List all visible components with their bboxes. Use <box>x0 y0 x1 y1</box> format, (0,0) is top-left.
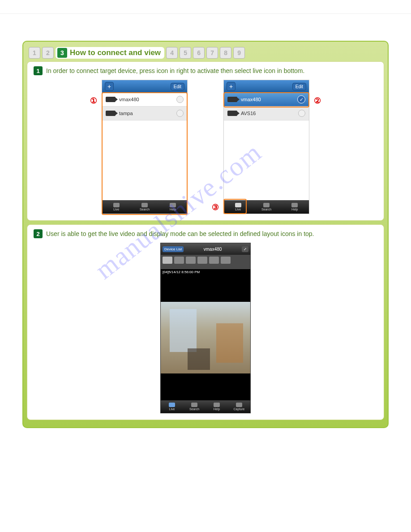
select-radio[interactable] <box>176 96 184 103</box>
tab-9[interactable]: 9 <box>233 47 245 59</box>
search-tab[interactable]: Search <box>183 400 206 413</box>
select-radio[interactable] <box>298 110 305 117</box>
device-row-avs16[interactable]: AVS16 <box>224 107 309 120</box>
camera-icon <box>227 111 237 116</box>
live-video-feed[interactable] <box>161 302 250 373</box>
search-tab[interactable]: Search <box>130 200 158 214</box>
video-shelf-element <box>216 323 243 363</box>
live-tab[interactable]: Live <box>161 400 183 413</box>
help-icon <box>214 403 220 407</box>
camera-icon <box>106 97 116 102</box>
tab-3-active[interactable]: 3 How to connect and view <box>56 47 164 59</box>
video-timestamp: [04]5/14/12 8:56:00 PM <box>161 269 250 275</box>
add-device-button[interactable]: + <box>227 82 235 91</box>
step-2-badge: 2 <box>34 229 43 238</box>
help-tab[interactable]: Help <box>159 200 187 214</box>
device-row-vmax480[interactable]: vmax480 <box>102 93 187 107</box>
tab-5[interactable]: 5 <box>180 47 191 59</box>
main-container: 1 2 3 How to connect and view 4 5 6 7 8 … <box>22 41 389 428</box>
device-list-a: vmax480 tampa <box>102 93 187 200</box>
phone-a: + Edit vmax480 <box>102 80 188 214</box>
search-icon <box>141 203 148 207</box>
live-title: vmax480 <box>204 247 222 252</box>
video-window-element <box>170 309 197 352</box>
search-icon <box>263 203 270 207</box>
tab-8[interactable]: 8 <box>220 47 231 59</box>
callout-2: ② <box>314 96 321 106</box>
search-tab[interactable]: Search <box>252 200 280 214</box>
device-name: vmax480 <box>119 97 173 102</box>
live-footer: Live Search Help Capture <box>161 400 250 413</box>
help-tab[interactable]: Help <box>206 400 228 413</box>
phone-a-wrap: ① + Edit vmax480 <box>102 80 188 214</box>
layout-6-icon[interactable] <box>221 257 231 264</box>
tab-active-num: 3 <box>57 48 67 58</box>
device-row-vmax480-selected[interactable]: vmax480 ✓ <box>224 93 309 107</box>
device-name: vmax480 <box>241 97 294 102</box>
check-icon[interactable]: ✓ <box>297 95 305 103</box>
phone-a-header: + Edit <box>102 80 187 93</box>
step-1-text: In order to connect target device, press… <box>46 66 304 75</box>
fullscreen-button[interactable]: ⤢ <box>242 246 248 252</box>
layout-3x3-icon[interactable] <box>186 257 196 264</box>
phone-b-header: + Edit <box>224 80 309 93</box>
camera-icon <box>227 97 237 102</box>
live-icon <box>113 203 120 207</box>
layout-4x4-icon[interactable] <box>197 257 207 264</box>
step-2-section: 2 User is able to get the live video and… <box>27 224 384 420</box>
callout-3: ③ <box>212 202 219 212</box>
live-icon <box>235 203 241 207</box>
tab-7[interactable]: 7 <box>206 47 218 59</box>
phone-b-wrap: ② ③ + Edit vmax480 <box>223 80 309 214</box>
tab-1[interactable]: 1 <box>29 47 40 59</box>
select-radio[interactable] <box>176 110 184 117</box>
video-letterbox-bottom <box>161 373 250 400</box>
step-tabs: 1 2 3 How to connect and view 4 5 6 7 8 … <box>27 45 384 61</box>
camera-icon <box>106 111 116 116</box>
live-icon <box>169 403 175 407</box>
layout-icons-row <box>161 255 250 269</box>
tab-6[interactable]: 6 <box>193 47 205 59</box>
edit-button[interactable]: Edit <box>171 83 184 90</box>
step-1-section: 1 In order to connect target device, pre… <box>27 61 384 221</box>
device-name: AVS16 <box>241 111 295 116</box>
capture-tab[interactable]: Capture <box>228 400 250 413</box>
capture-icon <box>236 403 242 407</box>
help-tab[interactable]: Help <box>281 200 309 214</box>
layout-1x1-icon[interactable] <box>163 257 172 264</box>
help-icon <box>291 203 298 207</box>
device-row-tampa[interactable]: tampa <box>102 107 187 120</box>
live-tab[interactable]: Live <box>224 200 252 214</box>
video-letterbox-top <box>161 275 250 288</box>
tab-4[interactable]: 4 <box>166 47 178 59</box>
live-view-phone: Device List vmax480 ⤢ [04]5/14/12 8:56:0… <box>160 243 251 413</box>
live-tab[interactable]: Live <box>102 200 130 214</box>
edit-button[interactable]: Edit <box>292 83 306 90</box>
step-1-badge: 1 <box>34 66 43 75</box>
step-2-text: User is able to get the live video and d… <box>46 229 314 238</box>
callout-1: ① <box>90 96 97 106</box>
layout-2x2-icon[interactable] <box>174 257 184 264</box>
search-icon <box>191 403 197 407</box>
phone-b-footer: Live Search Help <box>224 200 309 214</box>
help-icon <box>170 203 176 207</box>
phone-a-footer: Live Search Help <box>102 200 187 214</box>
content-wrapper: manualshive.com 1 2 3 How to connect and… <box>22 41 389 428</box>
live-header: Device List vmax480 ⤢ <box>161 243 250 255</box>
tab-2[interactable]: 2 <box>42 47 54 59</box>
device-list-b: vmax480 ✓ AVS16 <box>224 93 309 200</box>
video-desk-element <box>188 348 210 370</box>
phone-b: + Edit vmax480 ✓ <box>223 80 309 214</box>
layout-5-icon[interactable] <box>209 257 219 264</box>
device-name: tampa <box>119 111 173 116</box>
device-list-button[interactable]: Device List <box>163 246 184 252</box>
phones-row: ① + Edit vmax480 <box>34 80 377 214</box>
tab-active-title: How to connect and view <box>70 48 161 57</box>
add-device-button[interactable]: + <box>105 82 114 91</box>
